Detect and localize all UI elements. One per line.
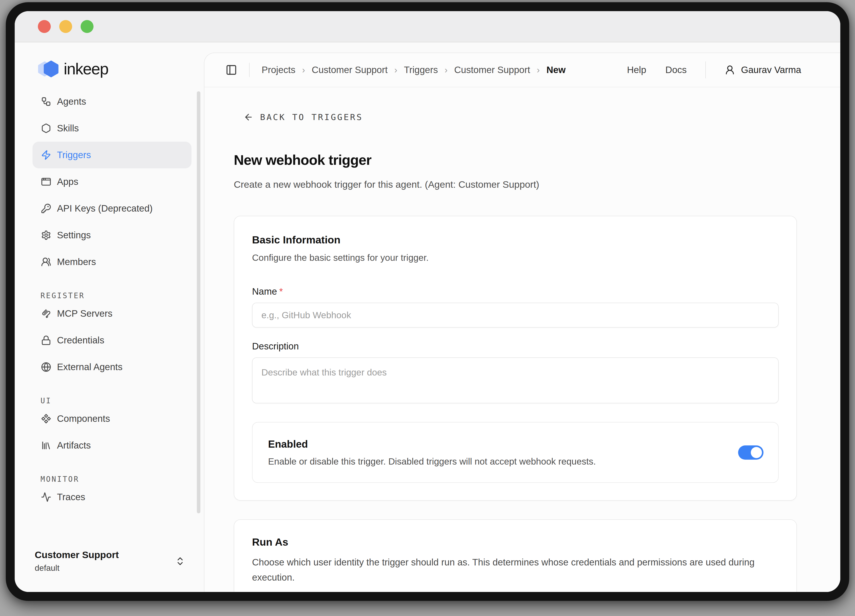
sidebar: inkeep Agents Skills Triggers bbox=[15, 42, 204, 592]
sidebar-item-members[interactable]: Members bbox=[32, 248, 192, 275]
name-label-text: Name bbox=[252, 286, 277, 297]
brand-wordmark: inkeep bbox=[64, 60, 108, 78]
sidebar-toggle-button[interactable] bbox=[225, 64, 237, 76]
arrow-left-icon bbox=[244, 112, 253, 122]
sidebar-item-label: Traces bbox=[57, 492, 85, 503]
close-window-button[interactable] bbox=[38, 20, 51, 33]
enabled-setting: Enabled Enable or disable this trigger. … bbox=[252, 422, 778, 483]
sidebar-item-label: Skills bbox=[57, 123, 79, 133]
header-divider bbox=[249, 63, 250, 77]
sidebar-item-settings[interactable]: Settings bbox=[32, 222, 192, 248]
run-as-description: Choose which user identity the trigger s… bbox=[252, 555, 777, 585]
basic-information-subtitle: Configure the basic settings for your tr… bbox=[252, 253, 778, 263]
user-name: Gaurav Varma bbox=[741, 64, 801, 75]
inkeep-logo-mark bbox=[38, 60, 59, 78]
enabled-toggle[interactable] bbox=[738, 445, 763, 460]
description-label: Description bbox=[252, 341, 778, 352]
sidebar-item-mcp-servers[interactable]: MCP Servers bbox=[32, 300, 192, 327]
zoom-window-button[interactable] bbox=[81, 20, 93, 33]
sidebar-item-credentials[interactable]: Credentials bbox=[32, 327, 192, 354]
sidebar-item-external-agents[interactable]: External Agents bbox=[32, 354, 192, 380]
zap-icon bbox=[41, 150, 51, 160]
docs-link[interactable]: Docs bbox=[665, 64, 686, 75]
basic-information-title: Basic Information bbox=[252, 234, 778, 246]
app-window: inkeep Agents Skills Triggers bbox=[15, 11, 840, 592]
sidebar-item-label: MCP Servers bbox=[57, 308, 112, 319]
sidebar-item-apps[interactable]: Apps bbox=[32, 169, 192, 195]
main-area: Projects › Customer Support › Triggers ›… bbox=[204, 42, 840, 592]
sidebar-item-label: Components bbox=[57, 413, 110, 424]
page-title: New webhook trigger bbox=[234, 152, 797, 168]
name-label: Name* bbox=[252, 286, 778, 297]
window-titlebar bbox=[15, 11, 840, 42]
breadcrumb-separator: › bbox=[444, 65, 447, 75]
breadcrumb-agent-customer-support[interactable]: Customer Support bbox=[454, 64, 530, 75]
back-link-label: BACK TO TRIGGERS bbox=[260, 112, 363, 122]
basic-information-card: Basic Information Configure the basic se… bbox=[234, 216, 797, 501]
enabled-description: Enable or disable this trigger. Disabled… bbox=[268, 456, 711, 467]
globe-icon bbox=[41, 362, 51, 372]
panel-header: Projects › Customer Support › Triggers ›… bbox=[204, 53, 840, 87]
sidebar-item-triggers[interactable]: Triggers bbox=[32, 142, 192, 169]
required-asterisk: * bbox=[279, 286, 283, 297]
sidebar-item-label: Apps bbox=[57, 176, 78, 187]
breadcrumb: Projects › Customer Support › Triggers ›… bbox=[262, 64, 566, 75]
gear-icon bbox=[41, 230, 51, 240]
sidebar-item-label: Agents bbox=[57, 96, 86, 107]
sidebar-item-components[interactable]: Components bbox=[32, 405, 192, 432]
page-subtitle: Create a new webhook trigger for this ag… bbox=[234, 179, 797, 190]
sidebar-item-label: Members bbox=[57, 257, 96, 267]
mcp-icon bbox=[41, 308, 51, 319]
hexagon-icon bbox=[41, 123, 51, 133]
project-environment: default bbox=[35, 564, 175, 573]
sidebar-item-agents[interactable]: Agents bbox=[32, 88, 192, 115]
user-menu[interactable]: Gaurav Varma bbox=[725, 64, 801, 75]
minimize-window-button[interactable] bbox=[59, 20, 72, 33]
panel-body: BACK TO TRIGGERS New webhook trigger Cre… bbox=[204, 87, 840, 592]
sidebar-item-label: API Keys (Deprecated) bbox=[57, 203, 153, 214]
device-bezel: inkeep Agents Skills Triggers bbox=[6, 2, 849, 601]
lock-icon bbox=[41, 335, 51, 345]
sidebar-item-label: Credentials bbox=[57, 335, 104, 346]
sidebar-item-label: Artifacts bbox=[57, 440, 91, 451]
sidebar-item-traces[interactable]: Traces bbox=[32, 484, 192, 510]
library-icon bbox=[41, 440, 51, 451]
brand-logo[interactable]: inkeep bbox=[38, 60, 192, 78]
sidebar-item-artifacts[interactable]: Artifacts bbox=[32, 432, 192, 459]
breadcrumb-new: New bbox=[546, 64, 565, 75]
sidebar-item-label: Settings bbox=[57, 230, 91, 241]
project-switcher[interactable]: Customer Support default bbox=[32, 549, 192, 573]
breadcrumb-triggers[interactable]: Triggers bbox=[404, 64, 438, 75]
breadcrumb-separator: › bbox=[537, 65, 540, 75]
toggle-knob bbox=[751, 447, 762, 458]
breadcrumb-separator: › bbox=[394, 65, 397, 75]
app-body: inkeep Agents Skills Triggers bbox=[15, 42, 840, 592]
sidebar-item-label: Triggers bbox=[57, 150, 91, 160]
project-name: Customer Support bbox=[35, 549, 175, 560]
sidebar-scrollbar[interactable] bbox=[197, 91, 201, 513]
name-input[interactable] bbox=[252, 303, 778, 328]
component-icon bbox=[41, 414, 51, 424]
users-icon bbox=[41, 257, 51, 267]
enabled-title: Enabled bbox=[268, 438, 711, 450]
header-divider bbox=[705, 61, 706, 78]
sidebar-section-register: REGISTER bbox=[40, 291, 192, 300]
breadcrumb-projects[interactable]: Projects bbox=[262, 64, 296, 75]
help-link[interactable]: Help bbox=[627, 64, 646, 75]
sidebar-section-monitor: MONITOR bbox=[40, 474, 192, 484]
workflow-icon bbox=[41, 97, 51, 107]
activity-icon bbox=[41, 492, 51, 502]
chevrons-up-down-icon bbox=[175, 556, 185, 566]
panel-left-icon bbox=[225, 64, 237, 76]
description-textarea[interactable] bbox=[252, 357, 778, 403]
key-icon bbox=[41, 203, 51, 214]
breadcrumb-separator: › bbox=[302, 65, 305, 75]
back-to-triggers-link[interactable]: BACK TO TRIGGERS bbox=[244, 112, 363, 122]
run-as-card: Run As Choose which user identity the tr… bbox=[234, 519, 797, 592]
sidebar-item-api-keys[interactable]: API Keys (Deprecated) bbox=[32, 195, 192, 222]
sidebar-section-ui: UI bbox=[40, 396, 192, 405]
breadcrumb-customer-support[interactable]: Customer Support bbox=[312, 64, 388, 75]
app-window-icon bbox=[41, 176, 51, 187]
user-icon bbox=[725, 64, 735, 75]
sidebar-item-skills[interactable]: Skills bbox=[32, 115, 192, 142]
